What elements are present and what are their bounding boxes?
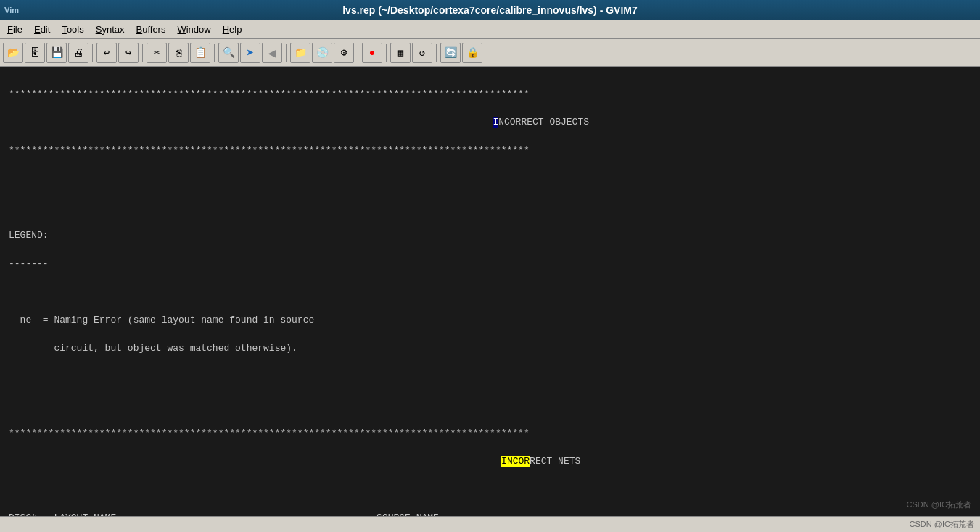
editor-area[interactable]: ****************************************… bbox=[0, 67, 980, 516]
save-button[interactable]: 💾 bbox=[46, 43, 67, 63]
section-incorrect-nets: INCORRECT NETS bbox=[9, 454, 971, 469]
separator-6 bbox=[386, 44, 387, 62]
grid-button[interactable]: ▦ bbox=[390, 43, 411, 63]
table-header: DISC# LAYOUT NAME SOURCE NAME bbox=[9, 511, 971, 517]
menu-edit[interactable]: Edit bbox=[30, 22, 54, 36]
cursor-highlight: I bbox=[493, 117, 498, 128]
paste-button[interactable]: 📋 bbox=[190, 43, 210, 63]
legend-dashes: ------- bbox=[9, 257, 971, 271]
legend-text-2: circuit, but object was matched otherwis… bbox=[9, 341, 971, 356]
stars-line-1: ****************************************… bbox=[9, 87, 971, 101]
save-session-button[interactable]: 🗄 bbox=[25, 43, 45, 63]
vim-logo: Vim bbox=[4, 6, 19, 14]
separator-4 bbox=[286, 44, 287, 62]
yellow-highlight: INCOR bbox=[501, 456, 530, 467]
menu-tools[interactable]: Tools bbox=[57, 22, 88, 36]
separator-2 bbox=[142, 44, 143, 62]
stars-line-3: ****************************************… bbox=[9, 426, 971, 441]
blank-6 bbox=[9, 483, 971, 497]
record-button[interactable]: ● bbox=[362, 43, 382, 63]
separator-5 bbox=[358, 44, 358, 62]
config-button[interactable]: ⚙ bbox=[334, 43, 354, 63]
status-right: CSDN @IC拓荒者 bbox=[910, 519, 974, 530]
legend-text-1: ne = Naming Error (same layout name foun… bbox=[9, 313, 971, 328]
separator-7 bbox=[436, 44, 437, 62]
forward-button[interactable]: ➤ bbox=[240, 43, 260, 63]
section-incorrect-objects: INCORRECT OBJECTS bbox=[9, 115, 971, 130]
copy-button[interactable]: ⎘ bbox=[168, 43, 189, 63]
menu-syntax[interactable]: Syntax bbox=[91, 22, 129, 36]
legend-label: LEGEND: bbox=[9, 228, 971, 243]
redo-button[interactable]: ↪ bbox=[118, 43, 139, 63]
menu-file[interactable]: File bbox=[3, 22, 27, 36]
blank-2 bbox=[9, 200, 971, 215]
toolbar: 📂 🗄 💾 🖨 ↩ ↪ ✂ ⎘ 📋 🔍 ➤ ◀ 📁 💿 ⚙ ● ▦ ↺ 🔄 🔒 bbox=[0, 39, 980, 67]
cut-button[interactable]: ✂ bbox=[147, 43, 167, 63]
open-button[interactable]: 📂 bbox=[3, 43, 23, 63]
menu-window[interactable]: Window bbox=[173, 22, 215, 36]
back-button[interactable]: ◀ bbox=[262, 43, 282, 63]
print-button[interactable]: 🖨 bbox=[68, 43, 88, 63]
separator-3 bbox=[214, 44, 215, 62]
title-bar: Vim lvs.rep (~/Desktop/cortexa7core/cali… bbox=[0, 0, 980, 20]
refresh-button[interactable]: ↺ bbox=[412, 43, 432, 63]
blank-1 bbox=[9, 172, 971, 186]
menu-bar: File Edit Tools Syntax Buffers Window He… bbox=[0, 20, 980, 39]
separator-1 bbox=[92, 44, 93, 62]
find-button[interactable]: 🔍 bbox=[218, 43, 239, 63]
lock-button[interactable]: 🔒 bbox=[462, 43, 482, 63]
sync-button[interactable]: 🔄 bbox=[440, 43, 461, 63]
window-title: lvs.rep (~/Desktop/cortexa7core/calibre_… bbox=[342, 4, 638, 16]
undo-button[interactable]: ↩ bbox=[96, 43, 117, 63]
menu-help[interactable]: Help bbox=[218, 22, 247, 36]
stars-line-2: ****************************************… bbox=[9, 144, 971, 158]
blank-5 bbox=[9, 398, 971, 412]
disk-button[interactable]: 💿 bbox=[312, 43, 332, 63]
blank-4 bbox=[9, 370, 971, 384]
editor-content: ****************************************… bbox=[0, 67, 980, 516]
blank-3 bbox=[9, 285, 971, 299]
files-button[interactable]: 📁 bbox=[290, 43, 310, 63]
menu-buffers[interactable]: Buffers bbox=[131, 22, 170, 36]
status-bar: CSDN @IC拓荒者 bbox=[0, 516, 980, 532]
